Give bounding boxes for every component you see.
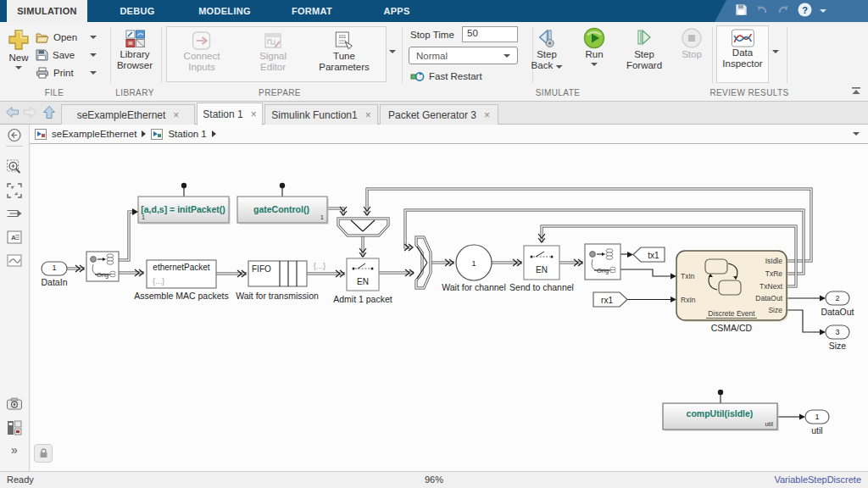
- block-dataout-port[interactable]: 2 DataOut: [821, 291, 854, 317]
- fit-to-view-icon[interactable]: [7, 183, 22, 202]
- block-ethernetpacket[interactable]: ethernetPacket {...} Assemble MAC packet…: [134, 260, 228, 301]
- step-forward-icon: [633, 27, 655, 49]
- new-button[interactable]: New: [8, 29, 30, 69]
- prepare-overflow-dropdown-icon[interactable]: [389, 50, 396, 53]
- print-button[interactable]: Print: [36, 65, 74, 80]
- block-wait-server[interactable]: 1 Wait for channel: [442, 245, 505, 292]
- block-send-gate[interactable]: EN Send to channel: [509, 246, 574, 292]
- goto-tag-tx1[interactable]: tx1: [633, 247, 665, 262]
- library-browser-button[interactable]: LibraryBrowser: [117, 29, 153, 71]
- redo-icon[interactable]: [776, 3, 790, 19]
- save-dropdown-icon[interactable]: [90, 53, 97, 57]
- svg-text:util: util: [811, 425, 822, 435]
- doc-tab-packet-generator-3[interactable]: Packet Generator 3×: [380, 104, 498, 125]
- nav-up-icon[interactable]: [42, 105, 56, 123]
- doc-tab-seexampleethernet[interactable]: seExampleEthernet×: [61, 104, 195, 125]
- block-gatecontrol-function[interactable]: gateControl() 1: [237, 197, 329, 225]
- svg-text:util: util: [765, 420, 773, 428]
- tab-format[interactable]: FORMAT: [275, 0, 348, 22]
- block-entity-merge-2[interactable]: [416, 237, 431, 288]
- hide-explorer-icon[interactable]: [8, 128, 22, 146]
- block-util-port[interactable]: 1 util: [805, 410, 829, 435]
- block-datain-port[interactable]: 1 DataIn: [42, 262, 68, 287]
- lock-badge[interactable]: [34, 444, 53, 463]
- viewmarks-icon[interactable]: [7, 254, 22, 270]
- step-back-dropdown-icon[interactable]: [555, 65, 562, 69]
- nav-forward-icon[interactable]: [23, 106, 37, 122]
- model-browser-icon[interactable]: [7, 420, 22, 439]
- run-button[interactable]: Run: [583, 27, 605, 66]
- file-group-label: FILE: [45, 88, 64, 97]
- svg-text:RxIn: RxIn: [681, 296, 696, 304]
- close-tab-icon[interactable]: ×: [251, 109, 257, 119]
- tune-parameters-button[interactable]: 101 TuneParameters: [319, 30, 369, 73]
- block-orig-1[interactable]: Orig: [86, 252, 119, 281]
- close-tab-icon[interactable]: ×: [173, 110, 179, 120]
- zoom-level[interactable]: 96%: [425, 474, 443, 485]
- zoom-select-icon[interactable]: [7, 159, 23, 179]
- prepare-group-label: PREPARE: [259, 88, 301, 97]
- subsystem-icon: [151, 129, 163, 140]
- svg-text:?: ?: [802, 4, 808, 14]
- new-dropdown-icon[interactable]: [15, 66, 22, 69]
- breadcrumb-separator-icon[interactable]: [142, 130, 146, 137]
- block-fifo-queue[interactable]: FIFO Wait for transmission {...}: [236, 261, 326, 301]
- run-dropdown-icon[interactable]: [591, 63, 598, 66]
- close-tab-icon[interactable]: ×: [365, 110, 371, 120]
- fast-restart-toggle[interactable]: Fast Restart: [410, 69, 482, 84]
- model-canvas[interactable]: 1 DataIn Orig [a,d,s] = initPacket() 1: [31, 144, 868, 471]
- solver-name[interactable]: VariableStepDiscrete: [774, 474, 861, 485]
- tab-apps[interactable]: APPS: [367, 0, 426, 22]
- data-inspector-dropdown-icon[interactable]: [772, 50, 779, 53]
- breadcrumb-separator-icon[interactable]: [212, 130, 216, 137]
- doc-tab-simulink-function1[interactable]: Simulink Function1×: [264, 104, 378, 125]
- from-tag-rx1[interactable]: rx1: [593, 292, 627, 307]
- block-entity-merge-1[interactable]: [338, 219, 388, 236]
- open-button[interactable]: Open: [36, 30, 77, 45]
- screenshot-icon[interactable]: [7, 397, 23, 413]
- block-computil-function[interactable]: compUtil(isIdle) util: [663, 403, 779, 431]
- close-tab-icon[interactable]: ×: [484, 110, 490, 120]
- step-back-button[interactable]: StepBack: [531, 27, 563, 71]
- svg-text:EN: EN: [357, 277, 369, 286]
- qat-dropdown-icon[interactable]: [820, 9, 826, 13]
- annotation-icon[interactable]: A: [7, 230, 22, 247]
- signal-editor-button[interactable]: SignalEditor: [259, 30, 287, 73]
- model-icon: [35, 129, 47, 140]
- nav-back-icon[interactable]: [5, 106, 19, 122]
- stop-time-label: Stop Time: [410, 30, 454, 40]
- svg-text:DataIn: DataIn: [42, 277, 68, 287]
- doc-tab-station-1[interactable]: Station 1×: [197, 103, 263, 125]
- stop-time-input[interactable]: 50: [462, 26, 518, 42]
- signal-routing-icon[interactable]: [7, 208, 23, 223]
- svg-text:TxNext: TxNext: [760, 282, 783, 291]
- lock-icon: [39, 448, 48, 458]
- block-size-port[interactable]: 3 Size: [826, 325, 849, 351]
- open-dropdown-icon[interactable]: [90, 36, 97, 39]
- svg-text:1: 1: [142, 214, 145, 221]
- tab-modeling[interactable]: MODELING: [182, 0, 267, 22]
- block-csmacd-chart[interactable]: TxIn RxIn IsIdle TxRe TxNext DataOut Siz…: [676, 251, 788, 333]
- data-inspector-button[interactable]: DataInspector: [722, 29, 762, 69]
- help-icon[interactable]: ?: [798, 3, 812, 20]
- svg-text:Assemble MAC packets: Assemble MAC packets: [134, 291, 228, 301]
- stop-button[interactable]: Stop: [681, 27, 703, 59]
- save-button[interactable]: Save: [36, 47, 75, 63]
- undo-icon[interactable]: [755, 3, 769, 19]
- block-initpacket-function[interactable]: [a,d,s] = initPacket() 1: [138, 197, 231, 225]
- connect-inputs-button[interactable]: ConnectInputs: [184, 30, 220, 73]
- save-icon[interactable]: [735, 3, 748, 19]
- tab-simulation[interactable]: SIMULATION: [7, 0, 87, 22]
- breadcrumb-dropdown-icon[interactable]: [853, 132, 860, 136]
- collapse-ribbon-icon[interactable]: [851, 86, 861, 97]
- show-model-browser-chevrons[interactable]: »: [11, 443, 18, 457]
- svg-text:tx1: tx1: [648, 251, 659, 260]
- simulation-mode-select[interactable]: Normal: [409, 47, 518, 64]
- breadcrumb-subsystem[interactable]: Station 1: [168, 129, 206, 139]
- step-forward-button[interactable]: StepForward: [626, 27, 662, 71]
- tab-debug[interactable]: DEBUG: [99, 0, 175, 22]
- breadcrumb-model[interactable]: seExampleEthernet: [52, 129, 136, 139]
- print-dropdown-icon[interactable]: [90, 71, 97, 75]
- block-admit-gate[interactable]: EN Admit 1 packet: [333, 258, 392, 304]
- block-orig-2[interactable]: Orig: [585, 244, 620, 280]
